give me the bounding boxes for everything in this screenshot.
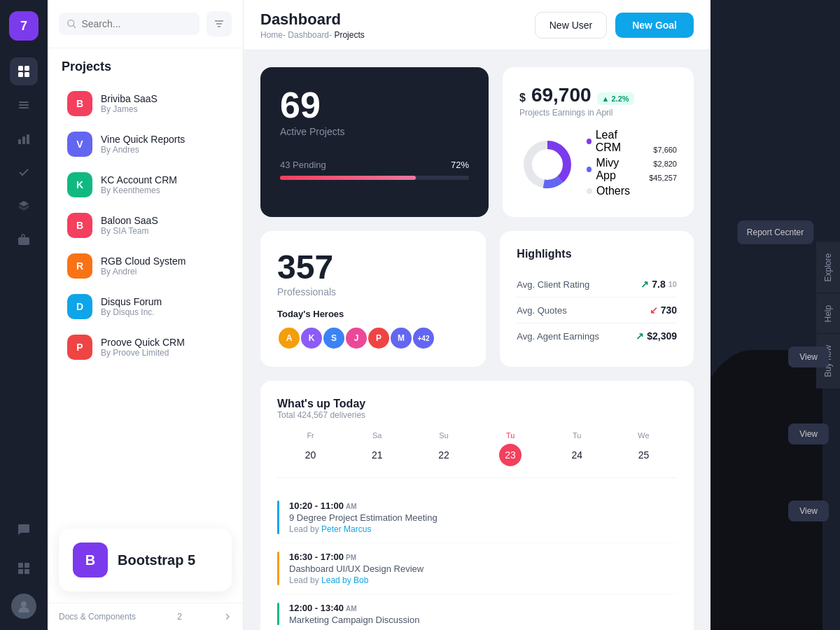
sidebar-avatar[interactable]: 7 <box>9 11 38 41</box>
calendar-day[interactable]: Tu 24 <box>544 431 610 466</box>
event-lead-link[interactable]: Lead by Bob <box>321 575 368 585</box>
sidebar-icon-chart[interactable] <box>10 125 38 153</box>
cal-day-name: Su <box>439 431 448 440</box>
professionals-card: 357 Professionals Today's Heroes AKSJPM+… <box>260 231 486 367</box>
bootstrap-label: Bootstrap 5 <box>118 552 195 568</box>
highlight-label: Avg. Agent Earnings <box>517 331 599 342</box>
event-time: 16:30 - 17:00PM <box>289 552 424 562</box>
highlight-label: Avg. Quotes <box>517 305 566 316</box>
tab-help[interactable]: Help <box>816 293 840 333</box>
project-name: Proove Quick CRM <box>101 337 185 348</box>
sidebar-icon-grid2[interactable] <box>10 554 38 582</box>
view-button-1[interactable]: View <box>788 346 829 368</box>
projects-list: B Briviba SaaS By James V Vine Quick Rep… <box>48 83 243 368</box>
stats-row: 357 Professionals Today's Heroes AKSJPM+… <box>260 231 694 367</box>
tab-explore[interactable]: Explore <box>816 241 840 293</box>
highlight-value: ↙ 730 <box>650 304 677 316</box>
sidebar-icon-layers2[interactable] <box>10 192 38 220</box>
cal-day-num: 25 <box>632 444 654 466</box>
cal-day-num: 21 <box>366 444 388 466</box>
topbar-left: Dashboard Home- Dashboard- Projects <box>260 10 365 40</box>
calendar-day[interactable]: Su 22 <box>410 431 477 466</box>
progress-bar-bg <box>280 176 469 180</box>
project-icon: K <box>67 172 92 197</box>
event-title: Dashboard UI/UX Design Review <box>289 564 424 574</box>
search-input-wrap[interactable] <box>59 13 200 35</box>
project-icon: R <box>67 253 92 279</box>
svg-rect-1 <box>24 66 29 71</box>
bootstrap-icon: B <box>73 542 108 578</box>
view-button-3[interactable]: View <box>788 500 829 522</box>
earnings-dollar: $ <box>519 92 526 104</box>
sidebar-icon-briefcase[interactable] <box>10 225 38 253</box>
svg-rect-0 <box>18 66 23 71</box>
cards-row-1: 69 Active Projects 43 Pending 72% $ 69,7… <box>260 67 694 217</box>
event-content: 16:30 - 17:00PM Dashboard UI/UX Design R… <box>289 552 424 585</box>
legend-item: Leaf CRM <box>587 129 638 154</box>
sidebar-icon-grid[interactable] <box>10 57 38 85</box>
event-lead: Lead by Lead by Bob <box>289 575 424 585</box>
event-bar <box>277 603 279 625</box>
project-item[interactable]: V Vine Quick Reports By Andres <box>53 125 237 164</box>
project-name: KC Account CRM <box>101 174 177 186</box>
active-projects-number: 69 <box>280 87 469 123</box>
schedule-subtitle: Total 424,567 deliveries <box>277 410 677 420</box>
new-goal-button[interactable]: New Goal <box>615 13 694 38</box>
view-button-2[interactable]: View <box>788 424 829 444</box>
avatar-circle: A <box>277 326 301 350</box>
svg-rect-16 <box>24 569 29 574</box>
project-name: RGB Cloud System <box>101 255 186 267</box>
projects-panel: Projects B Briviba SaaS By James V Vine … <box>48 0 244 630</box>
project-item[interactable]: D Disqus Forum By Disqus Inc. <box>53 287 237 326</box>
project-by: By Andrei <box>101 267 186 276</box>
highlight-trend: ↙ <box>650 304 658 316</box>
project-info: Vine Quick Reports By Andres <box>101 134 185 155</box>
project-info: Disqus Forum By Disqus Inc. <box>101 296 162 317</box>
svg-rect-13 <box>18 563 23 568</box>
svg-rect-5 <box>19 104 29 106</box>
project-item[interactable]: B Briviba SaaS By James <box>53 84 237 123</box>
docs-bar[interactable]: Docs & Components 2 <box>48 603 243 630</box>
schedule-card: What's up Today Total 424,567 deliveries… <box>260 381 694 630</box>
calendar-day[interactable]: We 25 <box>610 431 677 466</box>
calendar-day[interactable]: Fr 20 <box>277 431 344 466</box>
right-panel: Explore Help Buy now Report Cecnter View… <box>710 0 840 630</box>
calendar-day[interactable]: Sa 21 <box>344 431 410 466</box>
filter-button[interactable] <box>206 11 232 36</box>
project-info: KC Account CRM By Keenthemes <box>101 174 177 195</box>
project-info: Briviba SaaS By James <box>101 93 158 114</box>
project-item[interactable]: K KC Account CRM By Keenthemes <box>53 165 237 204</box>
svg-rect-14 <box>24 563 29 568</box>
sidebar-icon-layers[interactable] <box>10 91 38 119</box>
active-projects-label: Active Projects <box>280 126 469 137</box>
highlights-list: Avg. Client Rating ↗ 7.8 10 Avg. Quotes … <box>517 272 677 349</box>
report-center-button[interactable]: Report Cecnter <box>737 220 813 244</box>
calendar-day[interactable]: Tu 23 <box>477 431 544 466</box>
cal-day-name: Sa <box>372 431 382 440</box>
docs-label: Docs & Components <box>59 612 136 622</box>
legend-amount: $2,820 <box>649 158 677 172</box>
project-info: Proove Quick CRM By Proove Limited <box>101 337 185 358</box>
event-content: 12:00 - 13:40AM Marketing Campaign Discu… <box>289 603 419 625</box>
search-input[interactable] <box>81 18 191 29</box>
earnings-number: 69,700 <box>531 84 592 106</box>
event-bar <box>277 500 279 534</box>
new-user-button[interactable]: New User <box>535 12 607 38</box>
pending-percent: 72% <box>451 160 469 170</box>
legend-name: Others <box>596 185 630 197</box>
project-by: By Disqus Inc. <box>101 307 162 317</box>
search-bar <box>48 0 243 48</box>
heroes-label: Today's Heroes <box>277 309 469 319</box>
search-icon <box>67 19 76 29</box>
sidebar-icon-message[interactable] <box>10 515 38 543</box>
pending-label: 43 Pending <box>280 160 326 170</box>
user-avatar[interactable] <box>11 594 36 619</box>
project-item[interactable]: B Baloon SaaS By SIA Team <box>53 206 237 245</box>
sidebar-icon-check[interactable] <box>10 158 38 186</box>
project-item[interactable]: P Proove Quick CRM By Proove Limited <box>53 328 237 367</box>
event-lead-link[interactable]: Peter Marcus <box>321 524 371 534</box>
calendar-row[interactable]: Fr 20 Sa 21 Su 22 Tu 23 Tu 24 We 25 <box>277 431 677 478</box>
svg-point-18 <box>68 20 74 27</box>
project-by: By Andres <box>101 145 185 155</box>
project-item[interactable]: R RGB Cloud System By Andrei <box>53 246 237 286</box>
